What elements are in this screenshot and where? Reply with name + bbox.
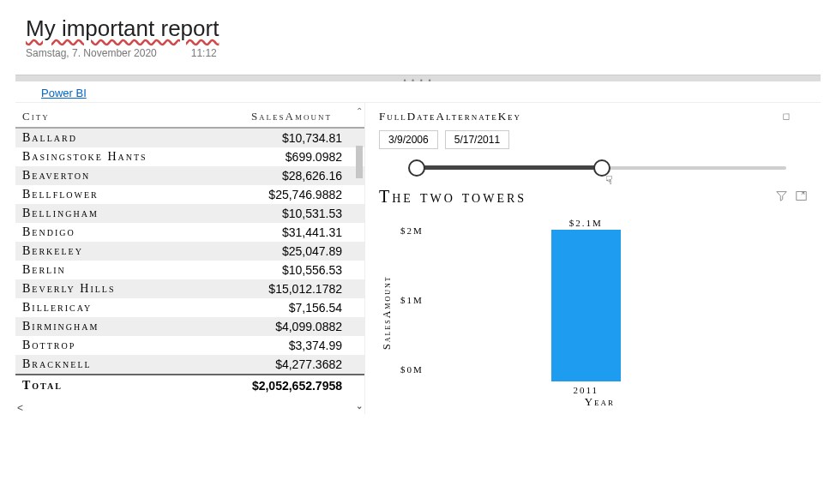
focus-mode-icon[interactable] (796, 190, 807, 204)
date-range-slider[interactable]: ☟ (417, 156, 786, 180)
total-value: $2,052,652.7958 (194, 379, 358, 393)
report-date: Samstag, 7. November 2020 (26, 47, 157, 59)
table-row[interactable]: Ballard$10,734.81 (15, 129, 364, 147)
powerbi-link[interactable]: Power BI (41, 87, 87, 99)
table-row[interactable]: Bellingham$10,531.53 (15, 204, 364, 223)
table-row[interactable]: Bellflower$25,746.9882 (15, 185, 364, 204)
cell-city: Bellingham (22, 207, 194, 220)
cell-sales: $10,734.81 (194, 131, 358, 145)
cell-sales: $25,746.9882 (194, 188, 358, 201)
cell-sales: $25,047.89 (194, 244, 358, 258)
cell-sales: $699.0982 (194, 150, 358, 164)
drag-handle-icon[interactable]: • • • • (403, 76, 432, 85)
table-row[interactable]: Beverly Hills$15,012.1782 (15, 279, 364, 298)
vertical-scrollbar[interactable] (356, 146, 363, 357)
cell-sales: $4,277.3682 (194, 357, 358, 371)
scroll-left-icon[interactable]: < (17, 402, 23, 414)
cell-sales: $3,374.99 (194, 339, 358, 352)
scrollbar-thumb[interactable] (356, 146, 363, 178)
cell-sales: $28,626.16 (194, 169, 358, 183)
slider-fill (417, 165, 602, 170)
cell-sales: $7,156.54 (194, 301, 358, 315)
cell-sales: $15,012.1782 (194, 282, 358, 296)
report-time: 11:12 (191, 47, 217, 59)
x-axis-label: Year (427, 395, 773, 409)
cell-city: Bottrop (22, 339, 194, 352)
bar-data-label: $2.1M (551, 218, 621, 228)
cell-city: Beverly Hills (22, 282, 194, 296)
filter-icon[interactable] (776, 190, 787, 204)
bar-2011[interactable] (551, 230, 621, 381)
cell-city: Bendigo (22, 225, 194, 239)
cell-city: Birmingham (22, 320, 194, 333)
table-row[interactable]: Berlin$10,556.53 (15, 261, 364, 279)
pane-divider[interactable]: • • • • (15, 75, 821, 81)
cell-city: Bracknell (22, 357, 194, 371)
table-row[interactable]: Bendigo$31,441.31 (15, 223, 364, 242)
table-row[interactable]: Beaverton$28,626.16 (15, 166, 364, 185)
y-tick: $0M (400, 364, 424, 375)
scroll-down-icon[interactable]: ⌄ (356, 401, 363, 411)
table-row[interactable]: Billericay$7,156.54 (15, 298, 364, 317)
table-row[interactable]: Bracknell$4,277.3682 (15, 355, 364, 374)
column-header-sales[interactable]: SalesAmount (194, 110, 358, 123)
scroll-up-icon[interactable]: ⌃ (356, 106, 363, 116)
table-row[interactable]: Berkeley$25,047.89 (15, 242, 364, 261)
y-axis-label: SalesAmount (379, 219, 395, 407)
cell-city: Ballard (22, 131, 194, 145)
cell-sales: $4,099.0882 (194, 320, 358, 333)
cell-sales: $10,531.53 (194, 207, 358, 220)
svg-rect-0 (797, 191, 806, 200)
slicer-title: FullDateAlternateKey (379, 110, 807, 123)
cell-city: Berlin (22, 263, 194, 277)
y-tick: $1M (400, 295, 424, 305)
sales-table: City SalesAmount ⌃ Ballard$10,734.81Basi… (15, 103, 365, 414)
date-end-input[interactable]: 5/17/2011 (445, 130, 509, 149)
cell-city: Billericay (22, 301, 194, 315)
cell-sales: $10,556.53 (194, 263, 358, 277)
table-row[interactable]: Birmingham$4,099.0882 (15, 317, 364, 336)
cell-city: Bellflower (22, 188, 194, 201)
slider-handle-end[interactable] (593, 159, 610, 177)
slider-handle-start[interactable] (408, 159, 425, 177)
bar-chart[interactable]: SalesAmount $2M$1M$0M $2.1M 2011 Year (379, 219, 807, 407)
date-start-input[interactable]: 3/9/2006 (379, 130, 438, 149)
chart-title: The two towers (379, 187, 776, 207)
x-tick-0: 2011 (551, 385, 621, 395)
column-header-city[interactable]: City (22, 110, 194, 123)
y-tick: $2M (400, 225, 424, 236)
table-row[interactable]: Bottrop$3,374.99 (15, 336, 364, 355)
cell-city: Basingstoke Hants (22, 150, 194, 164)
cell-city: Beaverton (22, 169, 194, 183)
total-label: Total (22, 379, 194, 393)
cell-city: Berkeley (22, 244, 194, 258)
cell-sales: $31,441.31 (194, 225, 358, 239)
report-title[interactable]: My important report (26, 15, 219, 42)
table-row[interactable]: Basingstoke Hants$699.0982 (15, 147, 364, 166)
